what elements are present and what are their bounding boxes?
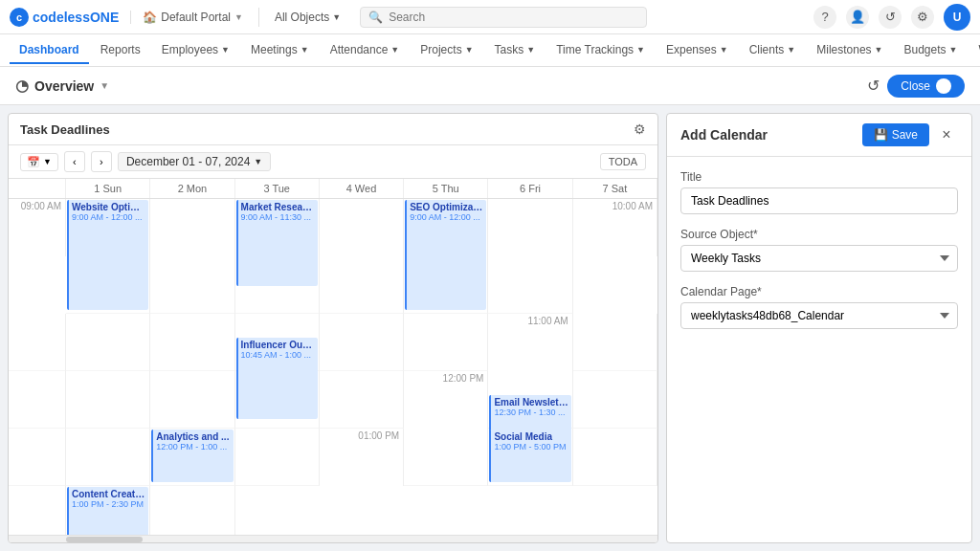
event-social-media[interactable]: Social Media 1:00 PM - 5:00 PM (489, 430, 570, 482)
portal-label[interactable]: Default Portal (161, 11, 231, 24)
event-email-title: Email Newsletter (494, 397, 568, 408)
time-cell-thu-11am (150, 371, 234, 429)
date-range-label: December 01 - 07, 2024 (126, 155, 250, 168)
day-header-sun: 1 Sun (66, 179, 150, 198)
projects-chevron: ▼ (465, 45, 474, 55)
all-objects-label: All Objects (275, 11, 329, 24)
time-cell-thu-12pm (66, 429, 150, 486)
today-button[interactable]: TODA (600, 153, 646, 170)
user-button[interactable]: 👤 (846, 6, 869, 29)
day-header-thu: 5 Thu (404, 179, 488, 198)
prev-week-button[interactable]: ‹ (64, 151, 85, 172)
menu-item-clients[interactable]: Clients ▼ (740, 37, 806, 64)
time-cell-wed-1pm (573, 429, 657, 486)
search-bar[interactable]: 🔍 (360, 7, 647, 28)
time-cell-sun-10am (9, 314, 66, 371)
date-range-chevron: ▼ (254, 157, 262, 166)
next-week-button[interactable]: › (91, 151, 112, 172)
chevron-down-icon: ▼ (234, 12, 243, 22)
menu-item-milestones[interactable]: Milestones ▼ (807, 37, 892, 64)
search-input[interactable] (389, 11, 638, 24)
timetracking-chevron: ▼ (636, 45, 645, 55)
time-cell-wed-10am (150, 314, 234, 371)
all-objects-chevron: ▼ (332, 12, 341, 22)
overview-chevron[interactable]: ▼ (100, 80, 109, 91)
day-header-mon: 2 Mon (150, 179, 234, 198)
menu-item-employees[interactable]: Employees ▼ (152, 37, 239, 64)
menu-item-expenses[interactable]: Expenses ▼ (657, 37, 738, 64)
panel-header: Add Calendar 💾 Save × (667, 114, 971, 157)
event-seo-optimi[interactable]: SEO Optimizati... 9:00 AM - 12:00 ... (405, 200, 486, 310)
app-name: codelessONE (33, 10, 119, 25)
time-cell-sun-9am: Website Optimi... 9:00 AM - 12:00 ... (66, 199, 150, 314)
event-analytics-title: Analytics and ... (156, 431, 230, 442)
calendar-title: Task Deadlines (20, 122, 110, 137)
menu-item-dashboard[interactable]: Dashboard (10, 37, 89, 64)
attendance-chevron: ▼ (390, 45, 399, 55)
calendar-page-label: Calendar Page* (680, 285, 958, 298)
time-cell-sat-9am (488, 199, 572, 314)
horizontal-scrollbar[interactable] (9, 535, 657, 542)
calendar-settings-icon[interactable]: ⚙ (634, 121, 646, 137)
menu-item-weekly[interactable]: Weekly (969, 37, 980, 64)
calendar-view-button[interactable]: 📅 ▼ (20, 153, 58, 171)
day-header-tue: 3 Tue (235, 179, 320, 198)
event-website-optimi[interactable]: Website Optimi... 9:00 AM - 12:00 ... (67, 200, 148, 310)
time-cell-fri-1pm: Content Creation 1:00 PM - 2:30 PM (66, 486, 150, 535)
source-object-select[interactable]: Weekly Tasks Monthly Tasks Project Tasks (680, 245, 958, 272)
event-market-title: Market Research (241, 202, 315, 212)
calendar-page-form-group: Calendar Page* weeklytasks48db68_Calenda… (680, 285, 958, 329)
menu-item-tasks[interactable]: Tasks ▼ (485, 37, 546, 64)
time-cell-fri-10am (320, 314, 404, 371)
all-objects-dropdown[interactable]: All Objects ▼ (275, 11, 341, 24)
time-cell-mon-1pm: Social Media 1:00 PM - 5:00 PM (488, 429, 572, 486)
overview-title: ◔ Overview ▼ (15, 77, 109, 95)
help-button[interactable]: ? (813, 6, 836, 29)
close-overview-button[interactable]: Close (887, 75, 965, 98)
event-market-research[interactable]: Market Research 9:00 AM - 11:30 ... (236, 200, 318, 286)
close-panel-button[interactable]: × (935, 123, 958, 146)
portal-section: 🏠 Default Portal ▼ (130, 11, 243, 24)
day-header-wed: 4 Wed (320, 179, 404, 198)
time-grid: 09:00 AM Website Optimi... 9:00 AM - 12:… (9, 199, 657, 535)
menu-item-projects[interactable]: Projects ▼ (411, 37, 482, 64)
date-range-selector[interactable]: December 01 - 07, 2024 ▼ (118, 152, 271, 171)
calendar-page-select[interactable]: weeklytasks48db68_Calendar monthlytasks_… (680, 302, 958, 329)
event-social-title: Social Media (494, 431, 568, 442)
toggle-indicator (936, 78, 951, 94)
source-object-form-group: Source Object* Weekly Tasks Monthly Task… (680, 228, 958, 272)
menu-item-meetings[interactable]: Meetings ▼ (241, 37, 319, 64)
refresh-button[interactable]: ↺ (867, 77, 880, 95)
overview-bar: ◔ Overview ▼ ↺ Close (0, 67, 980, 105)
panel-title: Add Calendar (680, 127, 768, 143)
event-seo-title: SEO Optimizati... (410, 202, 483, 212)
overview-actions: ↺ Close (867, 75, 965, 98)
history-button[interactable]: ↺ (879, 6, 902, 29)
day-headers: 1 Sun 2 Mon 3 Tue 4 Wed 5 Thu 6 Fri 7 Sa… (9, 179, 657, 199)
event-email-time: 12:30 PM - 1:30 ... (494, 408, 568, 417)
event-website-title: Website Optimi... (72, 202, 145, 212)
time-cell-mon-12pm (573, 371, 657, 429)
time-cell-thu-1pm (9, 486, 66, 535)
settings-button[interactable]: ⚙ (911, 6, 934, 29)
time-cell-fri-11am (235, 371, 320, 429)
tasks-chevron: ▼ (526, 45, 535, 55)
event-content-creation[interactable]: Content Creation 1:00 PM - 2:30 PM (67, 487, 148, 535)
save-icon: 💾 (874, 128, 888, 142)
title-field-input[interactable] (680, 187, 958, 214)
menu-item-attendance[interactable]: Attendance ▼ (321, 37, 410, 64)
clients-chevron: ▼ (787, 45, 795, 55)
time-cell-sat-11am (320, 371, 404, 429)
menu-item-reports[interactable]: Reports (91, 37, 150, 64)
calendar-section: Task Deadlines ⚙ 📅 ▼ ‹ › December 01 - 0… (8, 113, 658, 543)
calendar-nav: 📅 ▼ ‹ › December 01 - 07, 2024 ▼ TODA (9, 145, 657, 179)
calendar-icon: 📅 (27, 156, 40, 168)
add-calendar-panel: Add Calendar 💾 Save × Title Source Objec… (666, 113, 972, 543)
menu-item-time-trackings[interactable]: Time Trackings ▼ (546, 37, 655, 64)
event-social-time: 1:00 PM - 5:00 PM (494, 442, 568, 452)
event-content-title: Content Creation (72, 489, 145, 499)
event-analytics[interactable]: Analytics and ... 12:00 PM - 1:00 ... (151, 430, 233, 482)
save-button[interactable]: 💾 Save (862, 123, 929, 146)
user-avatar[interactable]: U (944, 4, 970, 31)
menu-item-budgets[interactable]: Budgets ▼ (895, 37, 968, 64)
